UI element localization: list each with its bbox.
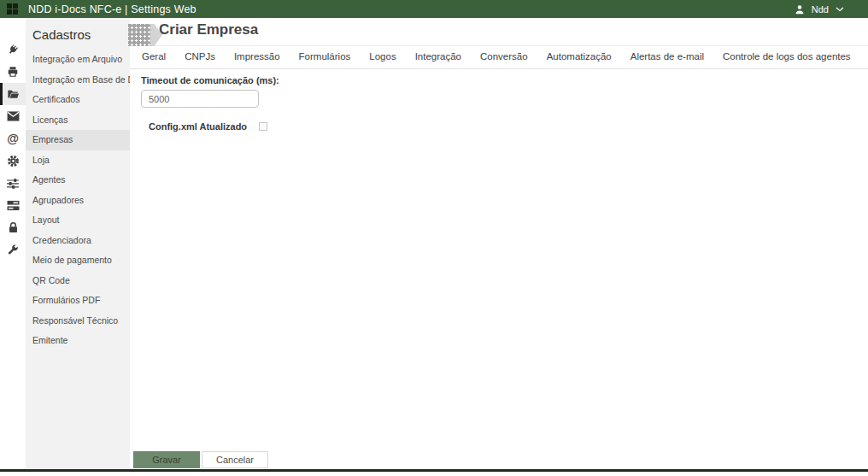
configxml-label: Config.xml Atualizado	[149, 121, 247, 132]
tab-monitoramento-do-agente[interactable]: Monitoramento do Agente	[860, 45, 868, 68]
bottom-status-bar	[0, 469, 868, 472]
tab-controle-de-logs-dos-agentes[interactable]: Controle de logs dos agentes	[713, 45, 860, 68]
configxml-row: Config.xml Atualizado	[141, 121, 868, 132]
sidebar-item-loja[interactable]: Loja	[26, 150, 130, 171]
tab-automatizacao[interactable]: Automatização	[537, 45, 621, 68]
user-icon	[795, 4, 805, 15]
user-name: Ndd	[812, 4, 829, 15]
tab-cnpjs[interactable]: CNPJs	[175, 45, 225, 68]
sidebar-item-responsavel-tecnico[interactable]: Responsável Técnico	[26, 311, 130, 332]
rail-layers-icon[interactable]	[0, 194, 26, 216]
sidebar-item-credenciadora[interactable]: Credenciadora	[26, 231, 130, 251]
apps-grid-icon[interactable]	[7, 3, 18, 15]
save-button[interactable]: Gravar	[133, 451, 200, 468]
tab-formularios[interactable]: Formulários	[290, 45, 361, 68]
tab-conversao[interactable]: Conversão	[471, 45, 537, 68]
sidebar-item-layout[interactable]: Layout	[26, 210, 130, 231]
sidebar-item-integracao-em-arquivo[interactable]: Integração em Arquivo	[26, 50, 130, 70]
tab-alertas-de-email[interactable]: Alertas de e-mail	[621, 45, 713, 68]
timeout-label: Timeout de comunicação (ms):	[141, 75, 868, 85]
rail-gear-icon[interactable]	[0, 150, 26, 172]
cancel-button[interactable]: Cancelar	[202, 451, 268, 468]
timeout-input[interactable]	[141, 90, 259, 108]
page-title: Criar Empresa	[159, 21, 258, 38]
sidebar-item-empresas[interactable]: Empresas	[26, 130, 130, 150]
page-header: Criar Empresa	[130, 18, 868, 46]
topbar: NDD i-Docs NFC-e | Settings Web Ndd	[0, 0, 868, 18]
user-menu[interactable]: Ndd	[795, 4, 844, 15]
tab-logos[interactable]: Logos	[360, 45, 405, 68]
sidebar-item-emitente[interactable]: Emitente	[26, 331, 130, 351]
rail-envelope-icon[interactable]	[0, 105, 26, 127]
rail-at-sign-icon[interactable]: @	[0, 127, 26, 150]
tab-impressao[interactable]: Impressão	[225, 45, 290, 68]
main-content: Criar Empresa Geral CNPJs Impressão Form…	[130, 18, 868, 469]
virtual-router-form: Timeout de comunicação (ms): Config.xml …	[130, 69, 868, 132]
footer-buttons: Gravar Cancelar	[133, 451, 268, 468]
tab-integracao[interactable]: Integração	[406, 45, 471, 68]
sidebar-item-agentes[interactable]: Agentes	[26, 170, 130, 191]
tab-bar: Geral CNPJs Impressão Formulários Logos …	[130, 46, 868, 69]
sidebar-item-qr-code[interactable]: QR Code	[26, 271, 130, 291]
sidebar-item-formularios-pdf[interactable]: Formulários PDF	[26, 291, 130, 311]
configxml-checkbox[interactable]	[259, 122, 267, 131]
sidebar-item-meio-de-pagamento[interactable]: Meio de pagamento	[26, 250, 130, 271]
rail-wrench-icon[interactable]	[0, 238, 26, 261]
rail-folder-open-icon[interactable]	[0, 83, 26, 105]
sidebar-item-integracao-em-base-de-dados[interactable]: Integração em Base de Dados	[26, 70, 130, 91]
tab-geral[interactable]: Geral	[132, 45, 175, 68]
app-title: NDD i-Docs NFC-e | Settings Web	[28, 3, 196, 15]
sidebar-cadastros: Cadastros Integração em Arquivo Integraç…	[26, 18, 130, 469]
sidebar-item-certificados[interactable]: Certificados	[26, 90, 130, 110]
icon-rail: @	[0, 18, 26, 469]
sidebar-item-licencas[interactable]: Licenças	[26, 110, 130, 131]
rail-plug-icon[interactable]	[0, 38, 26, 61]
rail-sliders-icon[interactable]	[0, 172, 26, 194]
sidebar-title: Cadastros	[26, 18, 130, 50]
sidebar-item-agrupadores[interactable]: Agrupadores	[26, 191, 130, 211]
chevron-down-icon	[836, 7, 844, 12]
rail-lock-icon[interactable]	[0, 216, 26, 238]
app-window: NDD i-Docs NFC-e | Settings Web Ndd	[0, 0, 868, 476]
rail-printer-icon[interactable]	[0, 61, 26, 83]
